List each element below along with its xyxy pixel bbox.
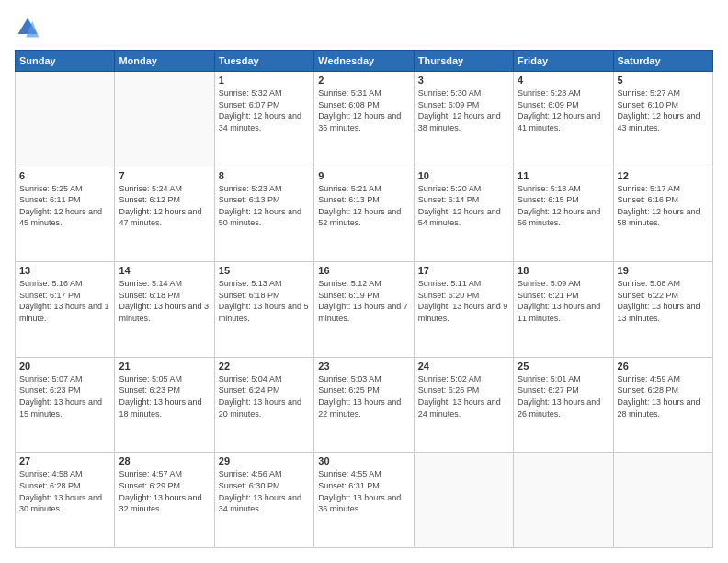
sunrise-text: Sunrise: 5:21 AM	[318, 183, 409, 195]
day-info: Sunrise: 4:56 AMSunset: 6:30 PMDaylight:…	[219, 468, 310, 514]
day-cell	[613, 453, 712, 548]
daylight-text: Daylight: 13 hours and 5 minutes.	[219, 301, 310, 324]
sunset-text: Sunset: 6:23 PM	[119, 385, 210, 396]
day-cell: 5Sunrise: 5:27 AMSunset: 6:10 PMDaylight…	[613, 72, 712, 167]
day-info: Sunrise: 4:57 AMSunset: 6:29 PMDaylight:…	[119, 468, 210, 514]
daylight-text: Daylight: 13 hours and 36 minutes.	[318, 492, 409, 515]
day-info: Sunrise: 5:05 AMSunset: 6:23 PMDaylight:…	[119, 373, 210, 419]
sunrise-text: Sunrise: 5:27 AM	[618, 87, 709, 99]
sunrise-text: Sunrise: 4:58 AM	[19, 468, 110, 480]
day-info: Sunrise: 5:21 AMSunset: 6:13 PMDaylight:…	[318, 183, 409, 229]
sunrise-text: Sunrise: 5:05 AM	[119, 373, 210, 385]
daylight-text: Daylight: 13 hours and 13 minutes.	[618, 301, 709, 324]
day-info: Sunrise: 5:24 AMSunset: 6:12 PMDaylight:…	[119, 183, 210, 229]
sunset-text: Sunset: 6:31 PM	[318, 480, 409, 492]
sunrise-text: Sunrise: 5:32 AM	[219, 87, 310, 99]
day-number: 3	[418, 75, 509, 86]
daylight-text: Daylight: 12 hours and 34 minutes.	[219, 110, 310, 133]
sunset-text: Sunset: 6:17 PM	[19, 290, 110, 302]
day-cell: 7Sunrise: 5:24 AMSunset: 6:12 PMDaylight…	[115, 167, 214, 262]
day-info: Sunrise: 5:02 AMSunset: 6:26 PMDaylight:…	[418, 373, 509, 419]
day-cell: 22Sunrise: 5:04 AMSunset: 6:24 PMDayligh…	[214, 357, 313, 453]
sunrise-text: Sunrise: 5:25 AM	[19, 183, 110, 195]
weekday-monday: Monday	[115, 51, 214, 72]
sunset-text: Sunset: 6:09 PM	[518, 99, 609, 111]
day-cell: 30Sunrise: 4:55 AMSunset: 6:31 PMDayligh…	[314, 453, 414, 548]
sunset-text: Sunset: 6:08 PM	[318, 99, 409, 111]
daylight-text: Daylight: 12 hours and 52 minutes.	[318, 206, 409, 229]
day-cell: 15Sunrise: 5:13 AMSunset: 6:18 PMDayligh…	[214, 262, 313, 358]
daylight-text: Daylight: 13 hours and 22 minutes.	[318, 396, 409, 419]
sunset-text: Sunset: 6:18 PM	[219, 290, 310, 302]
day-cell: 2Sunrise: 5:31 AMSunset: 6:08 PMDaylight…	[314, 72, 414, 167]
day-cell	[16, 72, 115, 167]
sunset-text: Sunset: 6:23 PM	[19, 385, 110, 396]
daylight-text: Daylight: 12 hours and 41 minutes.	[518, 110, 609, 133]
sunrise-text: Sunrise: 5:20 AM	[418, 183, 509, 195]
sunrise-text: Sunrise: 5:18 AM	[518, 183, 609, 195]
day-number: 7	[119, 170, 210, 181]
sunset-text: Sunset: 6:21 PM	[518, 290, 609, 302]
sunrise-text: Sunrise: 5:02 AM	[418, 373, 509, 385]
day-cell	[514, 453, 613, 548]
day-info: Sunrise: 5:23 AMSunset: 6:13 PMDaylight:…	[219, 183, 310, 229]
daylight-text: Daylight: 13 hours and 9 minutes.	[418, 301, 509, 324]
sunrise-text: Sunrise: 5:09 AM	[518, 278, 609, 290]
sunset-text: Sunset: 6:20 PM	[418, 290, 509, 302]
day-number: 8	[219, 170, 310, 181]
day-cell: 13Sunrise: 5:16 AMSunset: 6:17 PMDayligh…	[16, 262, 115, 358]
sunset-text: Sunset: 6:28 PM	[618, 385, 709, 396]
daylight-text: Daylight: 12 hours and 38 minutes.	[418, 110, 509, 133]
weekday-friday: Friday	[514, 51, 613, 72]
day-info: Sunrise: 5:07 AMSunset: 6:23 PMDaylight:…	[19, 373, 110, 419]
weekday-wednesday: Wednesday	[314, 51, 414, 72]
day-number: 6	[19, 170, 110, 181]
day-number: 24	[418, 361, 509, 372]
day-number: 9	[318, 170, 409, 181]
day-info: Sunrise: 5:31 AMSunset: 6:08 PMDaylight:…	[318, 87, 409, 133]
daylight-text: Daylight: 12 hours and 56 minutes.	[518, 206, 609, 229]
sunset-text: Sunset: 6:29 PM	[119, 480, 210, 492]
sunrise-text: Sunrise: 5:11 AM	[418, 278, 509, 290]
day-cell: 26Sunrise: 4:59 AMSunset: 6:28 PMDayligh…	[613, 357, 712, 453]
daylight-text: Daylight: 13 hours and 24 minutes.	[418, 396, 509, 419]
day-number: 23	[318, 361, 409, 372]
day-cell: 19Sunrise: 5:08 AMSunset: 6:22 PMDayligh…	[613, 262, 712, 358]
sunset-text: Sunset: 6:25 PM	[318, 385, 409, 396]
day-number: 14	[119, 265, 210, 276]
sunset-text: Sunset: 6:15 PM	[518, 194, 609, 206]
sunrise-text: Sunrise: 5:04 AM	[219, 373, 310, 385]
day-info: Sunrise: 5:03 AMSunset: 6:25 PMDaylight:…	[318, 373, 409, 419]
day-info: Sunrise: 5:14 AMSunset: 6:18 PMDaylight:…	[119, 278, 210, 324]
day-number: 30	[318, 455, 409, 466]
day-number: 18	[518, 265, 609, 276]
day-number: 22	[219, 361, 310, 372]
daylight-text: Daylight: 13 hours and 28 minutes.	[618, 396, 709, 419]
day-info: Sunrise: 5:13 AMSunset: 6:18 PMDaylight:…	[219, 278, 310, 324]
sunrise-text: Sunrise: 5:03 AM	[318, 373, 409, 385]
day-cell: 8Sunrise: 5:23 AMSunset: 6:13 PMDaylight…	[214, 167, 313, 262]
day-number: 2	[318, 75, 409, 86]
day-number: 20	[19, 361, 110, 372]
day-cell: 12Sunrise: 5:17 AMSunset: 6:16 PMDayligh…	[613, 167, 712, 262]
day-info: Sunrise: 5:09 AMSunset: 6:21 PMDaylight:…	[518, 278, 609, 324]
day-info: Sunrise: 5:30 AMSunset: 6:09 PMDaylight:…	[418, 87, 509, 133]
day-cell: 20Sunrise: 5:07 AMSunset: 6:23 PMDayligh…	[16, 357, 115, 453]
weekday-sunday: Sunday	[16, 51, 115, 72]
day-cell	[414, 453, 513, 548]
daylight-text: Daylight: 13 hours and 11 minutes.	[518, 301, 609, 324]
daylight-text: Daylight: 13 hours and 15 minutes.	[19, 396, 110, 419]
daylight-text: Daylight: 13 hours and 18 minutes.	[119, 396, 210, 419]
daylight-text: Daylight: 13 hours and 34 minutes.	[219, 492, 310, 515]
day-number: 1	[219, 75, 310, 86]
week-row-5: 27Sunrise: 4:58 AMSunset: 6:28 PMDayligh…	[16, 453, 713, 548]
day-info: Sunrise: 5:25 AMSunset: 6:11 PMDaylight:…	[19, 183, 110, 229]
sunrise-text: Sunrise: 5:08 AM	[618, 278, 709, 290]
daylight-text: Daylight: 12 hours and 47 minutes.	[119, 206, 210, 229]
day-cell: 17Sunrise: 5:11 AMSunset: 6:20 PMDayligh…	[414, 262, 513, 358]
day-info: Sunrise: 5:16 AMSunset: 6:17 PMDaylight:…	[19, 278, 110, 324]
day-number: 21	[119, 361, 210, 372]
calendar-table: SundayMondayTuesdayWednesdayThursdayFrid…	[15, 50, 713, 548]
day-cell: 28Sunrise: 4:57 AMSunset: 6:29 PMDayligh…	[115, 453, 214, 548]
day-number: 15	[219, 265, 310, 276]
